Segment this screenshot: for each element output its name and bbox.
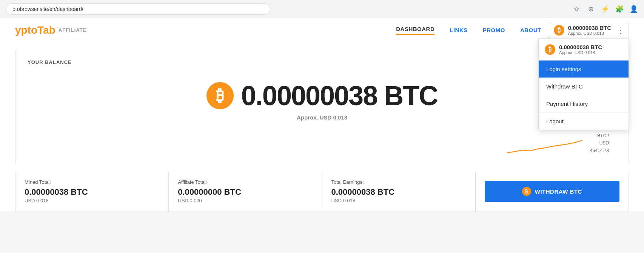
page: yptoTab AFFILIATE DASHBOARD LINKS PROMO … xyxy=(0,18,644,211)
main-nav: DASHBOARD LINKS PROMO ABOUT xyxy=(396,26,541,35)
stat-total-earnings: Total Earnings: 0.00000038 BTC USD 0.018 xyxy=(322,172,476,211)
nav-about[interactable]: ABOUT xyxy=(520,27,541,33)
dropdown-usd: Approx. USD 0.018 xyxy=(559,50,602,55)
account-pill[interactable]: ₿ 0.00000038 BTC Approx. USD 0.018 ⋮ xyxy=(549,22,629,38)
stat-affiliate-btc: 0.00000000 BTC xyxy=(178,187,313,197)
balance-header: YOUR BALANCE PAYMENT HISTORY xyxy=(28,59,616,65)
your-balance-label: YOUR BALANCE xyxy=(28,59,72,65)
dropdown-payment-history[interactable]: Payment History xyxy=(539,95,629,113)
account-usd: Approx. USD 0.018 xyxy=(568,31,611,36)
stat-mined-label: Mined Total: xyxy=(25,179,159,185)
stat-affiliate-usd: USD 0.000 xyxy=(178,198,313,203)
stat-mined-total: Mined Total: 0.00000038 BTC USD 0.018 xyxy=(15,172,169,211)
dropdown-logout[interactable]: Logout xyxy=(539,113,629,130)
dropdown-balance: 0.00000038 BTC xyxy=(559,44,602,50)
browser-icons: ☆ ⊕ ⚡ 🧩 👤 xyxy=(572,5,638,13)
nav-dashboard[interactable]: DASHBOARD xyxy=(396,26,434,35)
url-bar[interactable]: ptobrowser.site/en/dashboard/ xyxy=(6,3,270,15)
account-balance: 0.00000038 BTC xyxy=(568,25,611,31)
btc-icon-small: ₿ xyxy=(554,25,564,36)
extension-icon[interactable]: 🧩 xyxy=(615,5,624,13)
btc-amount-row: ₿ 0.00000038 BTC xyxy=(206,80,438,111)
stat-affiliate-label: Affiliate Total: xyxy=(178,179,313,185)
stat-mined-btc: 0.00000038 BTC xyxy=(25,187,159,197)
logo-prefix: ypto xyxy=(15,24,37,36)
logo-area: yptoTab AFFILIATE xyxy=(15,24,86,36)
browser-bar: ptobrowser.site/en/dashboard/ ☆ ⊕ ⚡ 🧩 👤 xyxy=(0,0,644,18)
withdraw-cell: ₿ WITHDRAW BTC xyxy=(476,172,629,211)
stat-total-btc: 0.00000038 BTC xyxy=(331,187,466,197)
bolt-icon[interactable]: ⚡ xyxy=(601,5,609,13)
logo-highlight: T xyxy=(37,24,43,36)
account-dropdown: ₿ 0.00000038 BTC Approx. USD 0.018 Login… xyxy=(538,38,629,130)
chart-label: BTC / USD 46414.73 xyxy=(590,132,609,154)
chart-label-line2: USD xyxy=(590,140,609,147)
stat-total-label: Total Earnings: xyxy=(331,179,466,185)
approx-usd-value: USD 0.018 xyxy=(320,114,347,121)
stat-mined-usd: USD 0.018 xyxy=(25,198,159,203)
balance-section: YOUR BALANCE PAYMENT HISTORY ₿ 0.0000003… xyxy=(15,50,629,164)
stat-affiliate-total: Affiliate Total: 0.00000000 BTC USD 0.00… xyxy=(169,172,322,211)
dropdown-withdraw-btc[interactable]: Withdraw BTC xyxy=(539,78,629,95)
account-info: 0.00000038 BTC Approx. USD 0.018 xyxy=(568,25,611,36)
logo-text: yptoTab xyxy=(15,24,55,36)
account-circle-icon[interactable]: ⊕ xyxy=(587,5,595,13)
dropdown-btc-icon: ₿ xyxy=(545,44,555,55)
chart-area: BTC / USD 46414.73 xyxy=(28,132,616,155)
withdraw-btc-icon: ₿ xyxy=(522,187,531,196)
logo-suffix: ab xyxy=(43,24,55,36)
approx-label: Approx. xyxy=(297,114,318,121)
balance-display: ₿ 0.00000038 BTC Approx. USD 0.018 xyxy=(28,73,616,128)
btc-chart xyxy=(507,132,582,155)
stats-row: Mined Total: 0.00000038 BTC USD 0.018 Af… xyxy=(15,172,629,211)
header: yptoTab AFFILIATE DASHBOARD LINKS PROMO … xyxy=(0,18,644,42)
big-btc-icon: ₿ xyxy=(206,82,234,109)
nav-links[interactable]: LINKS xyxy=(450,27,468,33)
dropdown-header: ₿ 0.00000038 BTC Approx. USD 0.018 xyxy=(539,39,629,61)
dropdown-account-info: 0.00000038 BTC Approx. USD 0.018 xyxy=(559,44,602,55)
withdraw-btc-label: WITHDRAW BTC xyxy=(535,188,582,195)
account-more-icon[interactable]: ⋮ xyxy=(616,26,624,35)
withdraw-btc-button[interactable]: ₿ WITHDRAW BTC xyxy=(485,181,619,202)
big-btc-amount: 0.00000038 BTC xyxy=(241,80,438,111)
approx-usd: Approx. USD 0.018 xyxy=(297,114,347,121)
chart-label-line1: BTC / xyxy=(590,132,609,140)
affiliate-label: AFFILIATE xyxy=(59,27,86,33)
stat-total-usd: USD 0.018 xyxy=(331,198,466,203)
dropdown-login-settings[interactable]: Login settings xyxy=(539,61,629,78)
nav-promo[interactable]: PROMO xyxy=(483,27,505,33)
person-icon[interactable]: 👤 xyxy=(630,5,638,13)
star-icon[interactable]: ☆ xyxy=(572,5,581,13)
chart-label-line3: 46414.73 xyxy=(590,147,609,154)
account-area: ₿ 0.00000038 BTC Approx. USD 0.018 ⋮ ₿ 0… xyxy=(549,22,629,38)
